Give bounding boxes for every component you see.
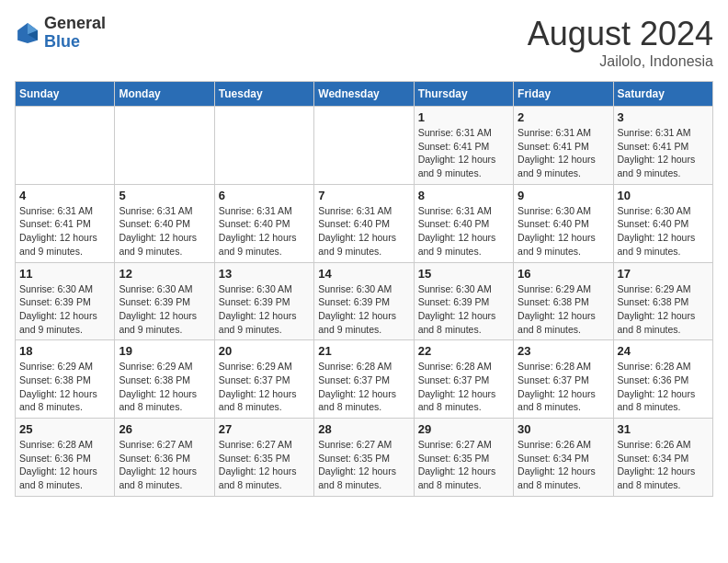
day-info: Sunrise: 6:27 AM Sunset: 6:35 PM Dayligh… bbox=[318, 438, 409, 492]
calendar-cell: 15Sunrise: 6:30 AM Sunset: 6:39 PM Dayli… bbox=[414, 262, 513, 340]
calendar-cell: 2Sunrise: 6:31 AM Sunset: 6:41 PM Daylig… bbox=[514, 107, 613, 185]
calendar-cell: 21Sunrise: 6:28 AM Sunset: 6:37 PM Dayli… bbox=[314, 340, 414, 419]
calendar-cell: 27Sunrise: 6:27 AM Sunset: 6:35 PM Dayli… bbox=[214, 419, 313, 497]
calendar-week-row: 18Sunrise: 6:29 AM Sunset: 6:38 PM Dayli… bbox=[16, 340, 713, 419]
day-number: 16 bbox=[518, 267, 609, 281]
column-header-friday: Friday bbox=[514, 82, 613, 107]
calendar-cell: 20Sunrise: 6:29 AM Sunset: 6:37 PM Dayli… bbox=[214, 340, 313, 419]
calendar-cell: 23Sunrise: 6:28 AM Sunset: 6:37 PM Dayli… bbox=[514, 340, 613, 419]
logo-icon bbox=[15, 20, 40, 46]
day-number: 29 bbox=[418, 422, 509, 436]
day-info: Sunrise: 6:28 AM Sunset: 6:37 PM Dayligh… bbox=[418, 360, 509, 414]
day-info: Sunrise: 6:28 AM Sunset: 6:37 PM Dayligh… bbox=[518, 360, 609, 414]
day-info: Sunrise: 6:27 AM Sunset: 6:35 PM Dayligh… bbox=[418, 438, 509, 492]
calendar-cell: 1Sunrise: 6:31 AM Sunset: 6:41 PM Daylig… bbox=[414, 107, 513, 185]
calendar-cell: 7Sunrise: 6:31 AM Sunset: 6:40 PM Daylig… bbox=[314, 184, 414, 262]
day-number: 31 bbox=[618, 422, 709, 436]
calendar-table: SundayMondayTuesdayWednesdayThursdayFrid… bbox=[15, 81, 713, 497]
day-info: Sunrise: 6:26 AM Sunset: 6:34 PM Dayligh… bbox=[518, 438, 609, 492]
calendar-cell bbox=[214, 107, 313, 185]
calendar-cell: 28Sunrise: 6:27 AM Sunset: 6:35 PM Dayli… bbox=[314, 419, 414, 497]
day-info: Sunrise: 6:31 AM Sunset: 6:41 PM Dayligh… bbox=[518, 126, 609, 180]
day-number: 24 bbox=[618, 344, 709, 358]
day-info: Sunrise: 6:26 AM Sunset: 6:34 PM Dayligh… bbox=[618, 438, 709, 492]
day-number: 28 bbox=[318, 422, 409, 436]
day-number: 4 bbox=[19, 189, 110, 202]
day-info: Sunrise: 6:28 AM Sunset: 6:36 PM Dayligh… bbox=[19, 438, 110, 492]
calendar-week-row: 11Sunrise: 6:30 AM Sunset: 6:39 PM Dayli… bbox=[16, 262, 713, 340]
day-info: Sunrise: 6:29 AM Sunset: 6:38 PM Dayligh… bbox=[618, 282, 709, 337]
day-number: 26 bbox=[119, 422, 210, 436]
calendar-cell: 3Sunrise: 6:31 AM Sunset: 6:41 PM Daylig… bbox=[613, 107, 712, 185]
calendar-cell: 6Sunrise: 6:31 AM Sunset: 6:40 PM Daylig… bbox=[214, 184, 313, 262]
calendar-cell: 17Sunrise: 6:29 AM Sunset: 6:38 PM Dayli… bbox=[613, 262, 712, 340]
calendar-cell: 8Sunrise: 6:31 AM Sunset: 6:40 PM Daylig… bbox=[414, 184, 513, 262]
day-number: 23 bbox=[518, 344, 609, 358]
day-number: 1 bbox=[418, 110, 509, 124]
calendar-cell: 30Sunrise: 6:26 AM Sunset: 6:34 PM Dayli… bbox=[514, 419, 613, 497]
day-info: Sunrise: 6:27 AM Sunset: 6:36 PM Dayligh… bbox=[119, 438, 210, 492]
title-block: August 2024 Jailolo, Indonesia bbox=[528, 15, 713, 70]
column-header-sunday: Sunday bbox=[16, 82, 115, 107]
day-info: Sunrise: 6:31 AM Sunset: 6:41 PM Dayligh… bbox=[19, 204, 110, 259]
day-info: Sunrise: 6:29 AM Sunset: 6:38 PM Dayligh… bbox=[19, 360, 110, 414]
calendar-cell: 31Sunrise: 6:26 AM Sunset: 6:34 PM Dayli… bbox=[613, 419, 712, 497]
day-info: Sunrise: 6:29 AM Sunset: 6:38 PM Dayligh… bbox=[518, 282, 609, 337]
day-info: Sunrise: 6:31 AM Sunset: 6:40 PM Dayligh… bbox=[219, 204, 310, 259]
day-number: 11 bbox=[19, 267, 110, 281]
day-info: Sunrise: 6:30 AM Sunset: 6:39 PM Dayligh… bbox=[19, 282, 110, 337]
column-header-thursday: Thursday bbox=[414, 82, 513, 107]
calendar-cell: 10Sunrise: 6:30 AM Sunset: 6:40 PM Dayli… bbox=[613, 184, 712, 262]
logo: General Blue bbox=[15, 15, 106, 52]
calendar-cell: 4Sunrise: 6:31 AM Sunset: 6:41 PM Daylig… bbox=[16, 184, 115, 262]
day-number: 3 bbox=[618, 110, 709, 124]
calendar-cell: 13Sunrise: 6:30 AM Sunset: 6:39 PM Dayli… bbox=[214, 262, 313, 340]
day-number: 22 bbox=[418, 344, 509, 358]
day-info: Sunrise: 6:31 AM Sunset: 6:41 PM Dayligh… bbox=[618, 126, 709, 180]
day-info: Sunrise: 6:28 AM Sunset: 6:37 PM Dayligh… bbox=[318, 360, 409, 414]
day-number: 12 bbox=[119, 267, 210, 281]
month-title: August 2024 bbox=[528, 15, 713, 53]
day-info: Sunrise: 6:29 AM Sunset: 6:38 PM Dayligh… bbox=[119, 360, 210, 414]
day-number: 27 bbox=[219, 422, 310, 436]
calendar-week-row: 1Sunrise: 6:31 AM Sunset: 6:41 PM Daylig… bbox=[16, 107, 713, 185]
day-info: Sunrise: 6:30 AM Sunset: 6:39 PM Dayligh… bbox=[418, 282, 509, 337]
column-header-monday: Monday bbox=[115, 82, 214, 107]
calendar-cell: 14Sunrise: 6:30 AM Sunset: 6:39 PM Dayli… bbox=[314, 262, 414, 340]
day-number: 17 bbox=[618, 267, 709, 281]
day-info: Sunrise: 6:31 AM Sunset: 6:40 PM Dayligh… bbox=[119, 204, 210, 259]
day-number: 7 bbox=[318, 189, 409, 202]
day-number: 18 bbox=[19, 344, 110, 358]
calendar-cell: 12Sunrise: 6:30 AM Sunset: 6:39 PM Dayli… bbox=[115, 262, 214, 340]
calendar-cell: 16Sunrise: 6:29 AM Sunset: 6:38 PM Dayli… bbox=[514, 262, 613, 340]
day-number: 19 bbox=[119, 344, 210, 358]
logo-blue-text: Blue bbox=[44, 32, 80, 51]
day-info: Sunrise: 6:27 AM Sunset: 6:35 PM Dayligh… bbox=[219, 438, 310, 492]
day-number: 9 bbox=[518, 189, 609, 202]
day-info: Sunrise: 6:31 AM Sunset: 6:40 PM Dayligh… bbox=[418, 204, 509, 259]
day-info: Sunrise: 6:30 AM Sunset: 6:40 PM Dayligh… bbox=[618, 204, 709, 259]
day-info: Sunrise: 6:28 AM Sunset: 6:36 PM Dayligh… bbox=[618, 360, 709, 414]
day-number: 30 bbox=[518, 422, 609, 436]
day-number: 15 bbox=[418, 267, 509, 281]
day-number: 8 bbox=[418, 189, 509, 202]
calendar-cell: 25Sunrise: 6:28 AM Sunset: 6:36 PM Dayli… bbox=[16, 419, 115, 497]
day-number: 10 bbox=[618, 189, 709, 202]
day-info: Sunrise: 6:31 AM Sunset: 6:40 PM Dayligh… bbox=[318, 204, 409, 259]
calendar-cell: 29Sunrise: 6:27 AM Sunset: 6:35 PM Dayli… bbox=[414, 419, 513, 497]
calendar-cell: 11Sunrise: 6:30 AM Sunset: 6:39 PM Dayli… bbox=[16, 262, 115, 340]
calendar-week-row: 25Sunrise: 6:28 AM Sunset: 6:36 PM Dayli… bbox=[16, 419, 713, 497]
column-header-saturday: Saturday bbox=[613, 82, 712, 107]
calendar-cell bbox=[16, 107, 115, 185]
day-number: 14 bbox=[318, 267, 409, 281]
calendar-cell: 18Sunrise: 6:29 AM Sunset: 6:38 PM Dayli… bbox=[16, 340, 115, 419]
calendar-cell bbox=[314, 107, 414, 185]
calendar-cell: 9Sunrise: 6:30 AM Sunset: 6:40 PM Daylig… bbox=[514, 184, 613, 262]
day-number: 6 bbox=[219, 189, 310, 202]
day-info: Sunrise: 6:30 AM Sunset: 6:39 PM Dayligh… bbox=[119, 282, 210, 337]
day-number: 25 bbox=[19, 422, 110, 436]
day-info: Sunrise: 6:29 AM Sunset: 6:37 PM Dayligh… bbox=[219, 360, 310, 414]
location: Jailolo, Indonesia bbox=[528, 53, 713, 70]
day-info: Sunrise: 6:31 AM Sunset: 6:41 PM Dayligh… bbox=[418, 126, 509, 180]
day-info: Sunrise: 6:30 AM Sunset: 6:39 PM Dayligh… bbox=[219, 282, 310, 337]
